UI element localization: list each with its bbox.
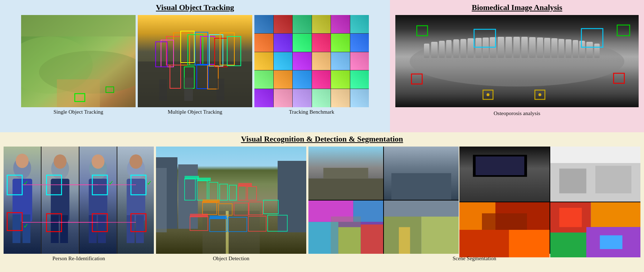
svg-rect-137 bbox=[308, 178, 383, 200]
bottom-images: ✓ ✓ bbox=[4, 147, 640, 262]
objdet-overlay bbox=[156, 147, 306, 254]
multiple-object-tracking-block: Multiple Object Tracking bbox=[138, 15, 252, 115]
svg-rect-160 bbox=[595, 166, 631, 193]
svg-point-60 bbox=[487, 93, 489, 96]
svg-rect-40 bbox=[506, 37, 512, 58]
svg-rect-159 bbox=[559, 169, 586, 193]
svg-rect-33 bbox=[453, 39, 459, 58]
seg-quad-4 bbox=[384, 201, 459, 254]
svg-rect-169 bbox=[591, 202, 640, 227]
svg-rect-147 bbox=[331, 217, 361, 254]
svg-rect-151 bbox=[384, 201, 459, 217]
svg-rect-52 bbox=[594, 44, 600, 58]
reid-caption: Person Re-Identification bbox=[52, 256, 105, 262]
svg-rect-36 bbox=[475, 38, 482, 58]
svg-rect-31 bbox=[439, 41, 445, 58]
svg-rect-46 bbox=[551, 38, 557, 58]
svg-rect-155 bbox=[475, 157, 524, 175]
seg-caption: Scene Segmentation bbox=[453, 256, 496, 262]
svg-rect-34 bbox=[460, 39, 466, 58]
svg-rect-130 bbox=[185, 176, 199, 179]
tracking-title: Visual Object Tracking bbox=[156, 3, 234, 12]
bench-caption: Tracking Benchmark bbox=[289, 109, 335, 115]
svg-rect-51 bbox=[586, 42, 593, 58]
svg-rect-140 bbox=[391, 173, 451, 200]
sot-caption: Single Object Tracking bbox=[53, 109, 103, 115]
svg-rect-164 bbox=[459, 230, 509, 257]
objdet-caption: Object Detection bbox=[213, 256, 249, 262]
svg-rect-41 bbox=[513, 37, 520, 58]
svg-rect-68 bbox=[117, 147, 117, 254]
objdet-image bbox=[156, 147, 306, 254]
svg-rect-64 bbox=[41, 147, 42, 254]
svg-rect-172 bbox=[600, 235, 623, 249]
svg-rect-44 bbox=[537, 38, 543, 58]
reid-overlay: ✓ ✓ bbox=[4, 147, 154, 254]
seg-quad-2 bbox=[384, 147, 459, 200]
bottom-section: Visual Recognition & Detection & Segment… bbox=[0, 132, 644, 272]
bench-image bbox=[254, 15, 369, 107]
svg-rect-24 bbox=[159, 79, 167, 101]
indoor-quad-1 bbox=[459, 147, 550, 202]
svg-text:✓: ✓ bbox=[23, 222, 29, 229]
reid-image: ✓ ✓ bbox=[4, 147, 154, 254]
svg-point-98 bbox=[130, 154, 142, 169]
bio-caption: Osteoporosis analysis bbox=[494, 110, 540, 117]
seg-quad-1 bbox=[308, 147, 383, 200]
svg-rect-81 bbox=[51, 215, 59, 243]
indoor-quad-3 bbox=[459, 202, 550, 257]
svg-rect-35 bbox=[468, 38, 474, 58]
scene-seg-image bbox=[308, 147, 459, 254]
svg-rect-37 bbox=[483, 38, 489, 58]
svg-rect-49 bbox=[573, 40, 578, 58]
seg-block: Scene Segmentation bbox=[308, 147, 640, 262]
bio-title: Biomedical Image Analysis bbox=[472, 3, 562, 12]
bottom-title: Visual Recognition & Detection & Segment… bbox=[241, 134, 403, 144]
single-object-tracking-block: Single Object Tracking bbox=[21, 15, 136, 115]
svg-rect-7 bbox=[138, 61, 252, 107]
svg-rect-135 bbox=[210, 216, 227, 219]
svg-rect-133 bbox=[203, 199, 220, 203]
svg-rect-109 bbox=[156, 168, 167, 232]
svg-rect-138 bbox=[323, 168, 368, 179]
svg-rect-47 bbox=[558, 39, 564, 58]
svg-rect-39 bbox=[498, 37, 504, 58]
svg-rect-170 bbox=[550, 233, 586, 257]
tracking-benchmark-block: Tracking Benchmark bbox=[254, 15, 369, 115]
seg-quad-3 bbox=[308, 201, 383, 254]
svg-rect-50 bbox=[579, 41, 585, 58]
sot-image bbox=[21, 15, 136, 107]
svg-rect-165 bbox=[509, 230, 550, 257]
biomedical-panel: Biomedical Image Analysis bbox=[390, 0, 644, 132]
svg-rect-131 bbox=[197, 178, 211, 181]
svg-rect-157 bbox=[550, 147, 640, 163]
mot-image bbox=[138, 15, 252, 107]
svg-rect-112 bbox=[278, 161, 306, 232]
indoor-quad-2 bbox=[550, 147, 640, 202]
svg-rect-42 bbox=[521, 37, 528, 58]
svg-rect-173 bbox=[559, 208, 582, 227]
svg-rect-29 bbox=[424, 44, 429, 58]
svg-rect-66 bbox=[79, 147, 79, 254]
svg-text:✓: ✓ bbox=[108, 179, 114, 187]
svg-rect-108 bbox=[178, 164, 198, 229]
xray-image bbox=[395, 15, 639, 107]
svg-rect-30 bbox=[431, 42, 438, 58]
svg-rect-32 bbox=[446, 40, 452, 58]
svg-rect-25 bbox=[184, 78, 193, 101]
svg-rect-45 bbox=[544, 38, 550, 58]
svg-rect-43 bbox=[529, 37, 536, 58]
indoor-seg-image bbox=[459, 147, 640, 254]
svg-point-62 bbox=[538, 93, 541, 96]
svg-text:✓: ✓ bbox=[147, 179, 152, 187]
tracking-images: Single Object Tracking bbox=[4, 15, 386, 115]
svg-rect-72 bbox=[13, 214, 20, 243]
svg-text:✓: ✓ bbox=[23, 179, 29, 187]
mot-caption: Multiple Object Tracking bbox=[168, 109, 223, 115]
xray-container bbox=[395, 15, 639, 109]
svg-rect-89 bbox=[98, 215, 106, 243]
top-section: Visual Object Tracking bbox=[0, 0, 644, 132]
svg-rect-132 bbox=[238, 183, 252, 187]
tracking-panel: Visual Object Tracking bbox=[0, 0, 390, 132]
svg-rect-150 bbox=[421, 217, 459, 254]
